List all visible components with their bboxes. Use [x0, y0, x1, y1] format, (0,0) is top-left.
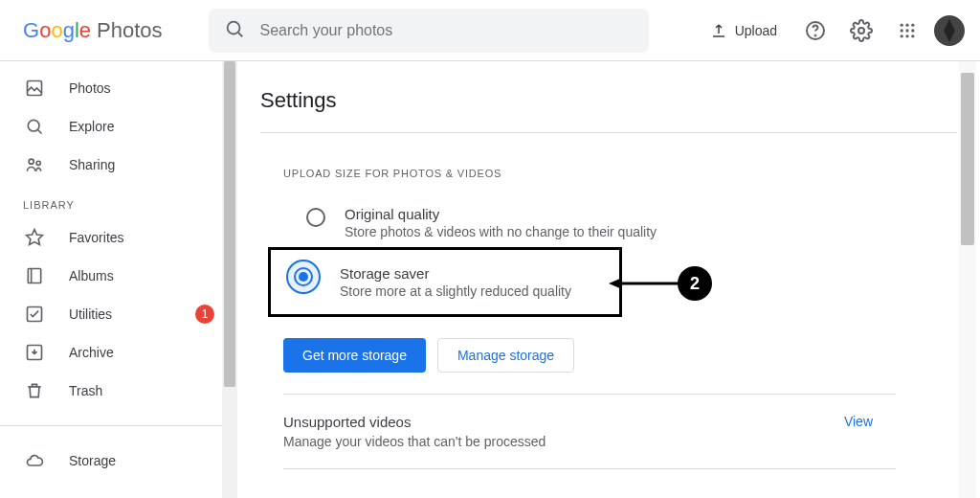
sidebar: Photos Explore Sharing LIBRARY Favorites…: [0, 61, 237, 498]
divider: [0, 425, 237, 426]
main-scrollbar-thumb[interactable]: [961, 73, 974, 245]
product-name: Photos: [97, 18, 163, 43]
search-bar[interactable]: [209, 9, 649, 53]
utilities-badge: 1: [195, 305, 214, 324]
sidebar-item-archive[interactable]: Archive: [0, 333, 237, 372]
apps-icon: [898, 21, 917, 40]
header-actions: Upload: [699, 11, 965, 50]
gear-icon: [850, 19, 873, 42]
sidebar-item-label: Trash: [69, 383, 214, 398]
help-icon: [804, 19, 827, 42]
sidebar-item-label: Storage: [69, 453, 214, 468]
star-icon: [23, 226, 46, 249]
svg-marker-19: [27, 230, 43, 245]
sidebar-item-label: Sharing: [69, 157, 214, 172]
subsection-subtitle: Manage your videos that can't be process…: [283, 434, 546, 449]
upload-icon: [710, 22, 727, 39]
search-icon: [23, 115, 46, 138]
svg-point-7: [911, 23, 914, 26]
option-title: Storage saver: [340, 265, 571, 282]
radio-icon-selected[interactable]: [286, 260, 321, 294]
option-subtitle: Store photos & videos with no change to …: [345, 224, 657, 239]
upload-button[interactable]: Upload: [699, 14, 789, 47]
sidebar-item-trash[interactable]: Trash: [0, 372, 237, 410]
sidebar-library-head: LIBRARY: [0, 184, 237, 218]
sidebar-item-utilities[interactable]: Utilities 1: [0, 295, 237, 333]
sidebar-item-sharing[interactable]: Sharing: [0, 146, 237, 184]
svg-point-13: [911, 34, 914, 37]
svg-point-10: [911, 29, 914, 32]
sidebar-item-label: Favorites: [69, 230, 214, 245]
radio-storage-saver[interactable]: Storage saver Store more at a slightly r…: [271, 258, 612, 306]
divider: [260, 132, 957, 133]
section-head-upload-size: UPLOAD SIZE FOR PHOTOS & VIDEOS: [283, 168, 957, 179]
utilities-icon: [23, 303, 46, 326]
sidebar-item-photos[interactable]: Photos: [0, 69, 237, 107]
main-content: Settings UPLOAD SIZE FOR PHOTOS & VIDEOS…: [237, 61, 980, 498]
view-link[interactable]: View: [844, 414, 873, 429]
svg-marker-24: [609, 278, 622, 289]
svg-point-12: [905, 34, 908, 37]
albums-icon: [23, 264, 46, 287]
apps-button[interactable]: [888, 11, 926, 50]
sidebar-scrollbar-thumb[interactable]: [224, 61, 235, 387]
manage-storage-button[interactable]: Manage storage: [437, 338, 574, 373]
upload-label: Upload: [735, 23, 777, 38]
svg-point-3: [815, 34, 816, 35]
sidebar-item-favorites[interactable]: Favorites: [0, 218, 237, 257]
divider: [283, 468, 896, 469]
trash-icon: [23, 379, 46, 402]
help-button[interactable]: [796, 11, 835, 50]
sidebar-item-storage[interactable]: Storage: [0, 441, 237, 480]
svg-point-17: [29, 159, 33, 164]
sidebar-item-albums[interactable]: Albums: [0, 257, 237, 295]
header: Google Photos Upload: [0, 0, 980, 61]
svg-point-4: [858, 28, 864, 34]
page-title: Settings: [260, 88, 957, 113]
svg-point-5: [901, 23, 903, 26]
svg-point-6: [905, 23, 908, 26]
settings-button[interactable]: [842, 11, 880, 50]
svg-point-18: [36, 161, 40, 165]
sharing-icon: [23, 153, 46, 176]
sidebar-item-explore[interactable]: Explore: [0, 107, 237, 146]
radio-icon[interactable]: [306, 208, 325, 227]
annotation-step-badge: 2: [678, 266, 712, 301]
get-more-storage-button[interactable]: Get more storage: [283, 338, 426, 373]
sidebar-item-label: Explore: [69, 119, 214, 134]
cloud-icon: [23, 449, 46, 472]
svg-point-11: [901, 34, 903, 37]
sidebar-item-label: Archive: [69, 345, 214, 360]
svg-point-0: [227, 21, 239, 34]
sidebar-item-label: Photos: [69, 80, 214, 96]
sidebar-item-label: Utilities: [69, 306, 172, 322]
storage-buttons: Get more storage Manage storage: [283, 338, 957, 373]
search-icon: [224, 18, 245, 43]
svg-line-1: [238, 33, 242, 36]
svg-point-8: [901, 29, 903, 32]
subsection-title: Unsupported videos: [283, 414, 546, 430]
search-input[interactable]: [260, 22, 634, 39]
option-title: Original quality: [345, 206, 657, 222]
unsupported-videos-row: Unsupported videos Manage your videos th…: [283, 394, 896, 468]
option-subtitle: Store more at a slightly reduced quality: [340, 283, 571, 299]
account-avatar[interactable]: [934, 15, 965, 46]
svg-point-15: [28, 120, 39, 131]
photos-icon: [23, 77, 46, 100]
svg-rect-20: [28, 269, 40, 283]
radio-original-quality[interactable]: Original quality Store photos & videos w…: [283, 198, 957, 247]
logo[interactable]: Google Photos: [23, 18, 163, 43]
archive-icon: [23, 341, 46, 364]
svg-line-16: [38, 130, 42, 134]
sidebar-item-label: Albums: [69, 268, 214, 283]
annotation-highlight: Storage saver Store more at a slightly r…: [268, 247, 622, 317]
sidebar-scrollbar-track[interactable]: [222, 61, 237, 498]
svg-point-9: [905, 29, 908, 32]
